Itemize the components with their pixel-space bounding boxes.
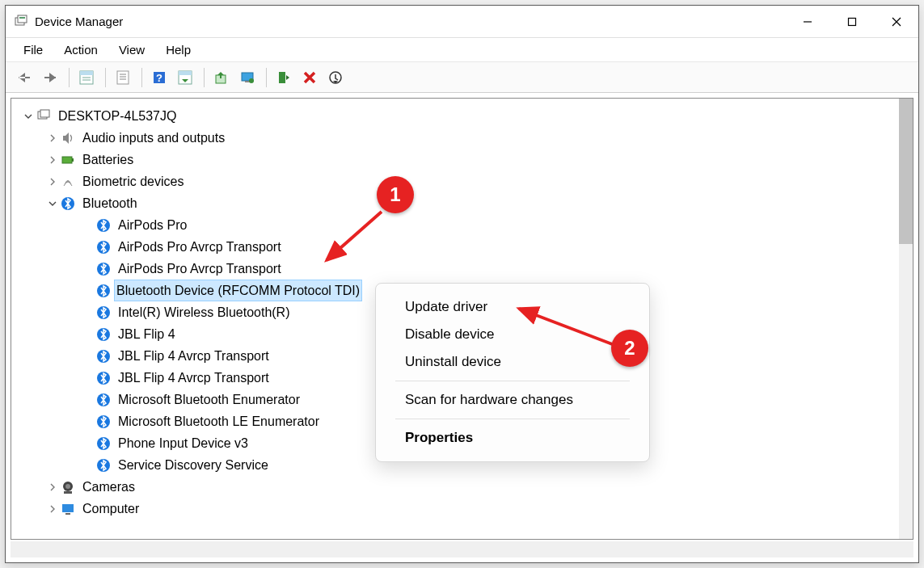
bluetooth-icon: [95, 261, 112, 277]
tree-category-bluetooth[interactable]: Bluetooth: [11, 192, 913, 214]
chevron-right-icon[interactable]: [47, 176, 58, 187]
context-update-driver[interactable]: Update driver: [376, 293, 649, 321]
bluetooth-icon: [95, 326, 112, 343]
bluetooth-icon: [95, 283, 112, 299]
bluetooth-icon: [95, 305, 112, 321]
tree-root-label: DESKTOP-4L537JQ: [57, 106, 178, 127]
tree-device[interactable]: AirPods Pro Avrcp Transport: [11, 236, 913, 258]
bluetooth-icon: [60, 196, 76, 212]
chevron-right-icon[interactable]: [47, 503, 58, 515]
tree-category-biometric[interactable]: Biometric devices: [11, 170, 913, 192]
menu-view[interactable]: View: [109, 40, 154, 60]
chevron-down-icon[interactable]: [23, 111, 34, 122]
chevron-down-icon[interactable]: [47, 198, 58, 209]
speaker-icon: [60, 130, 76, 146]
bluetooth-icon: [95, 392, 112, 408]
bluetooth-icon: [95, 457, 112, 473]
fingerprint-icon: [60, 174, 76, 190]
tree-category-audio[interactable]: Audio inputs and outputs: [11, 127, 913, 149]
context-uninstall-device[interactable]: Uninstall device: [376, 348, 649, 376]
annotation-bubble-1: 1: [377, 176, 414, 213]
context-disable-device[interactable]: Disable device: [376, 321, 649, 348]
svg-rect-4: [848, 18, 855, 25]
toolbar-separator: [141, 68, 142, 87]
monitor-icon: [60, 501, 76, 517]
app-icon: [14, 15, 28, 29]
svg-rect-46: [65, 513, 70, 515]
toolbar-separator: [69, 68, 70, 87]
tree-label: JBL Flip 4 Avrcp Transport: [116, 346, 271, 367]
tree-label: JBL Flip 4: [116, 324, 177, 345]
svg-rect-2: [19, 17, 25, 19]
svg-point-22: [249, 78, 254, 83]
nav-back-button[interactable]: [12, 66, 36, 89]
window-title: Device Manager: [35, 15, 785, 28]
help-button[interactable]: ?: [147, 66, 171, 89]
nav-forward-button[interactable]: [38, 66, 62, 89]
scrollbar-track[interactable]: [899, 99, 913, 539]
maximize-button[interactable]: [829, 6, 874, 38]
show-hide-tree-button[interactable]: [74, 66, 99, 89]
context-separator: [395, 381, 630, 381]
tree-label: Phone Input Device v3: [116, 433, 250, 454]
close-button[interactable]: [874, 6, 918, 38]
action-button[interactable]: [173, 66, 197, 89]
svg-rect-23: [279, 72, 285, 83]
tree-label: Microsoft Bluetooth LE Enumerator: [116, 411, 321, 432]
svg-rect-45: [62, 504, 74, 512]
scan-hardware-button[interactable]: [235, 66, 259, 89]
svg-rect-27: [62, 157, 72, 163]
tree-label: Microsoft Bluetooth Enumerator: [116, 389, 302, 410]
tree-category-computer[interactable]: Computer: [11, 498, 913, 520]
context-separator: [395, 419, 630, 419]
disable-device-button[interactable]: [323, 66, 348, 89]
uninstall-device-button[interactable]: [297, 66, 322, 89]
annotation-bubble-2: 2: [611, 330, 648, 367]
tree-label: AirPods Pro Avrcp Transport: [116, 237, 283, 258]
tree-category-batteries[interactable]: Batteries: [11, 149, 913, 170]
svg-rect-18: [179, 71, 192, 75]
svg-rect-28: [72, 158, 74, 162]
context-scan-hardware[interactable]: Scan for hardware changes: [376, 386, 649, 414]
chevron-right-icon[interactable]: [47, 482, 58, 493]
toolbar-separator: [105, 68, 106, 87]
tree-label: Service Discovery Service: [116, 455, 270, 476]
tree-label: Computer: [81, 499, 141, 520]
enable-device-button[interactable]: [272, 66, 296, 89]
tree-label: AirPods Pro Avrcp Transport: [116, 259, 283, 280]
update-driver-button[interactable]: [209, 66, 234, 89]
chevron-right-icon[interactable]: [47, 133, 58, 144]
bluetooth-icon: [95, 239, 112, 255]
menu-help[interactable]: Help: [156, 40, 200, 60]
menubar: File Action View Help: [6, 38, 918, 62]
svg-rect-26: [40, 110, 49, 117]
properties-button[interactable]: [111, 66, 135, 89]
svg-rect-1: [18, 15, 27, 23]
toolbar: ?: [6, 62, 918, 93]
tree-root[interactable]: DESKTOP-4L537JQ: [11, 105, 913, 127]
bluetooth-icon: [95, 414, 112, 430]
menu-action[interactable]: Action: [54, 40, 108, 60]
tree-label: Biometric devices: [81, 171, 185, 192]
tree-label: AirPods Pro: [116, 215, 188, 236]
tree-label: Bluetooth: [81, 193, 139, 214]
chevron-right-icon[interactable]: [47, 154, 58, 166]
tree-label: Bluetooth Device (RFCOMM Protocol TDI): [114, 280, 362, 302]
bluetooth-icon: [95, 370, 112, 386]
bluetooth-icon: [95, 217, 112, 234]
svg-point-43: [65, 484, 70, 489]
tree-category-cameras[interactable]: Cameras: [11, 476, 913, 498]
svg-rect-8: [80, 71, 93, 75]
menu-file[interactable]: File: [14, 40, 53, 60]
tree-device[interactable]: AirPods Pro Avrcp Transport: [11, 258, 913, 280]
tree-label: Intel(R) Wireless Bluetooth(R): [116, 302, 292, 323]
context-properties[interactable]: Properties: [376, 424, 649, 452]
tree-label: Audio inputs and outputs: [81, 128, 226, 149]
minimize-button[interactable]: [785, 6, 829, 38]
tree-device[interactable]: AirPods Pro: [11, 214, 913, 236]
svg-rect-44: [64, 491, 72, 494]
scrollbar-thumb[interactable]: [899, 99, 913, 244]
context-menu: Update driver Disable device Uninstall d…: [375, 283, 650, 462]
window-controls: [785, 6, 918, 38]
toolbar-separator: [204, 68, 205, 87]
